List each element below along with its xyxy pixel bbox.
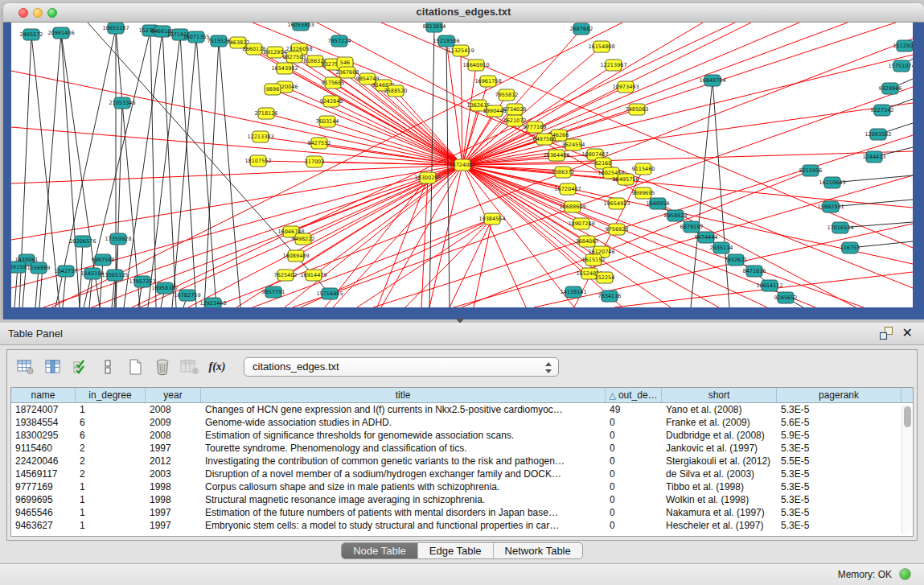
new-table-button[interactable] [123,355,147,379]
table-row[interactable]: 1456911722003Disruption of a novel membe… [11,468,913,480]
graph-node[interactable]: 7857224 [328,35,351,47]
graph-node[interactable]: 2718126 [255,108,278,119]
tab-node-table[interactable]: Node Table [342,543,418,558]
graph-node[interactable]: 3684067 [576,236,599,247]
graph-node[interactable]: 6879197 [680,221,704,233]
graph-node[interactable]: 9245652 [774,292,798,303]
graph-node[interactable]: 15892931 [817,201,844,212]
delete-table-button-disabled[interactable] [178,355,202,379]
graph-node[interactable]: 10655287 [102,23,129,34]
table-row[interactable]: 2242004622012Investigating the contribut… [11,455,913,468]
graph-node[interactable]: 13505135 [101,270,128,281]
graph-node[interactable]: 12213967 [600,60,626,71]
table-row[interactable]: 977716911998Corpus callosum shape and si… [11,480,913,493]
graph-node[interactable]: 9777169 [524,122,547,133]
graph-node[interactable]: 7625402 [274,270,298,281]
tab-network-table[interactable]: Network Table [494,543,582,558]
graph-node[interactable]: 16154808 [588,41,614,52]
graph-node[interactable]: 20364486 [543,150,569,161]
table-row[interactable]: 1872400712008Changes of HCN gene express… [11,403,913,416]
graph-node[interactable]: 9699695 [632,187,655,199]
graph-node[interactable]: 8471826 [743,266,766,277]
graph-node[interactable]: 9242848 [320,96,343,107]
graph-node[interactable]: 8427552 [308,138,331,149]
graph-node[interactable]: 17016534 [827,222,853,233]
graph-node[interactable]: 3624554 [562,139,585,150]
table-row[interactable]: 1830029562008Estimation of significance … [11,429,913,442]
graph-node[interactable]: 16071355 [183,31,209,43]
graph-node[interactable]: 19654923 [603,198,630,209]
graph-node[interactable]: 7932621 [725,254,748,266]
table-row[interactable]: 946554611997Estimation of the future num… [11,506,913,519]
column-header-short[interactable]: short [662,388,777,402]
graph-node[interactable]: 8958923 [664,210,688,221]
graph-node[interactable]: 16053803 [287,23,314,31]
network-window-titlebar[interactable]: citations_edges.txt [3,3,924,23]
graph-node[interactable]: 16914479 [300,270,326,281]
graph-node[interactable]: 10688609 [559,201,585,212]
graph-node[interactable]: 20206576 [69,236,96,247]
graph-node[interactable]: 317003 [305,156,325,167]
show-column-button[interactable] [41,355,65,379]
function-builder-button[interactable]: f(x) [205,355,229,379]
graph-node[interactable]: 1145194 [81,268,105,279]
graph-node[interactable]: 18907249 [568,218,594,229]
row-height-button[interactable] [96,355,120,379]
graph-node[interactable]: 10973493 [612,81,639,93]
graph-node[interactable]: 15751074 [888,60,913,72]
table-row[interactable]: 969969511998Structural magnetic resonanc… [11,493,913,506]
scrollbar-thumb[interactable] [904,406,911,427]
graph-node[interactable]: 1615152 [582,254,606,266]
column-header-year[interactable]: year [146,388,201,402]
graph-node[interactable]: 7834116 [598,290,622,302]
graph-node[interactable]: 12213383 [247,131,273,142]
graph-node[interactable]: 2405572 [20,29,43,40]
graph-node[interactable]: 116753 [840,242,860,253]
graph-node[interactable]: 14138141 [560,286,586,298]
graph-node[interactable]: 9329966 [879,83,902,94]
network-canvas[interactable]: 1872400724055722099143610655287152760764… [11,23,913,307]
column-header-title[interactable]: title [201,388,606,402]
graph-node[interactable]: 6497568 [533,134,556,145]
graph-node[interactable]: 9498222 [292,233,315,245]
graph-node[interactable]: 8660128 [243,43,266,55]
memory-status-indicator-icon[interactable] [899,568,911,580]
table-source-dropdown[interactable]: citations_edges.txt [244,357,559,377]
graph-node[interactable]: 9474444 [695,232,718,243]
column-header-out-de-[interactable]: △out_de… [606,388,662,402]
graph-node[interactable]: 7485063 [626,104,649,115]
graph-node[interactable]: 9827503 [283,51,306,63]
graph-node[interactable]: 18640910 [462,60,489,71]
graph-node[interactable]: 9997588 [92,254,115,266]
delete-column-button[interactable] [150,355,175,379]
graph-node[interactable]: 9756928 [606,224,629,235]
graph-node[interactable]: 26495756 [612,174,639,185]
graph-node[interactable]: 17359928 [105,233,131,245]
graph-node[interactable]: 12093582 [864,129,891,140]
graph-node[interactable]: 16543982 [271,63,298,74]
graph-node[interactable]: 2588520 [384,85,408,97]
graph-node[interactable]: 18107552 [244,155,271,167]
graph-node[interactable]: 20991436 [47,27,74,39]
graph-node[interactable]: 8813054 [423,23,446,32]
graph-node[interactable]: 8215956 [799,165,823,176]
graph-node[interactable]: 21053346 [109,97,135,109]
graph-node[interactable]: 16089489 [282,250,309,262]
graph-node[interactable]: 16782759 [174,290,200,301]
graph-node[interactable]: 6734028 [503,104,527,115]
close-panel-icon[interactable]: ✕ [902,327,913,340]
graph-node[interactable]: 7955812 [495,89,519,101]
table-settings-button[interactable] [14,355,38,379]
graph-node[interactable]: 16720407 [554,183,581,195]
graph-node[interactable]: 9227342 [871,105,894,116]
table-row[interactable]: 1938455462009Genome-wide association stu… [11,416,913,429]
graph-node[interactable]: 1244413 [863,151,886,163]
graph-node[interactable]: 7386372 [552,167,575,178]
graph-node[interactable]: 252254 [595,272,615,283]
column-header-name[interactable]: name [11,388,76,402]
graph-node[interactable]: 10654112 [756,280,782,291]
graph-node[interactable]: 16210643 [819,177,845,188]
graph-node[interactable]: 9857791 [262,286,285,298]
graph-node[interactable]: 9115460 [632,163,655,175]
graph-node[interactable]: 2687682 [570,23,593,35]
